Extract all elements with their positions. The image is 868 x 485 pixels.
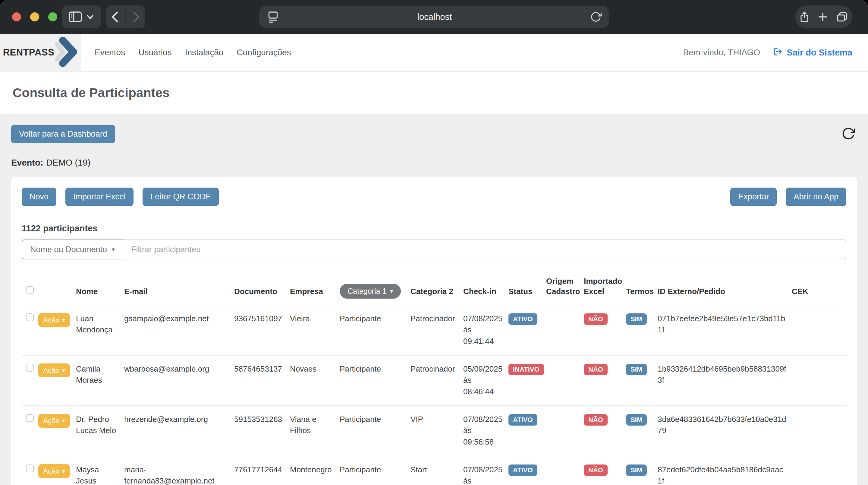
traffic-lights <box>12 12 57 21</box>
reload-icon[interactable] <box>590 11 601 23</box>
select-all-checkbox[interactable] <box>26 286 34 294</box>
header-termos: Termos <box>626 276 658 305</box>
cell-documento: 93675161097 <box>234 305 290 355</box>
categoria1-label: Categoria 1 <box>347 287 386 295</box>
participants-table: Nome E-mail Documento Empresa Categoria … <box>22 276 846 485</box>
forward-button[interactable] <box>129 11 144 23</box>
cell-status: ATIVO <box>508 305 546 355</box>
card-toolbar: Novo Importar Excel Leitor QR CODE Expor… <box>22 188 846 206</box>
row-action-button[interactable]: Ação ▾ <box>38 464 70 478</box>
importar-excel-button[interactable]: Importar Excel <box>65 188 133 206</box>
caret-down-icon: ▾ <box>62 317 65 323</box>
cell-categoria1: Participante <box>340 305 410 355</box>
share-icon[interactable] <box>799 10 809 23</box>
zoom-window-button[interactable] <box>48 12 57 21</box>
header-email: E-mail <box>124 276 234 305</box>
logout-link[interactable]: Sair do Sistema <box>773 47 852 59</box>
header-categoria2: Categoria 2 <box>410 276 463 305</box>
cell-categoria2: Patrocinador <box>410 305 463 355</box>
minimize-window-button[interactable] <box>30 12 39 21</box>
cell-empresa: Novaes <box>290 355 340 406</box>
url-text[interactable]: localhost <box>279 12 590 22</box>
close-window-button[interactable] <box>12 12 21 21</box>
cell-checkin: 05/09/2025às 08:46:44 <box>463 355 508 406</box>
novo-button[interactable]: Novo <box>22 188 56 206</box>
browser-actions-group <box>795 5 852 28</box>
header-checkin: Check-in <box>463 276 508 305</box>
row-checkbox[interactable] <box>26 313 34 321</box>
filter-type-dropdown[interactable]: Nome ou Documento ▾ <box>22 239 123 259</box>
header-acao <box>38 276 76 305</box>
browser-window: localhost RENTPASS Eventos <box>0 0 868 485</box>
row-checkbox[interactable] <box>26 414 34 422</box>
new-tab-icon[interactable] <box>817 11 828 22</box>
filter-type-value: Nome ou Documento <box>30 245 107 254</box>
categoria1-dropdown-button[interactable]: Categoria 1 ▾ <box>340 284 401 298</box>
row-action-button[interactable]: Ação ▾ <box>38 414 70 428</box>
row-checkbox[interactable] <box>26 464 34 472</box>
cell-status: ATIVO <box>508 456 546 485</box>
nav-item-usuarios[interactable]: Usuários <box>138 48 172 57</box>
nav-item-configuracoes[interactable]: Configurações <box>237 48 291 57</box>
event-label: Evento: <box>11 158 43 168</box>
caret-down-icon: ▾ <box>62 418 65 424</box>
chevron-down-icon[interactable] <box>86 14 94 20</box>
address-bar[interactable]: localhost <box>259 6 609 28</box>
nav-item-instalacao[interactable]: Instalação <box>185 48 224 57</box>
cell-termos: SIM <box>626 305 658 355</box>
cell-cek <box>792 406 846 456</box>
brand-logo[interactable]: RENTPASS <box>0 34 82 71</box>
row-action-button[interactable]: Ação ▾ <box>38 313 70 327</box>
importado-badge: NÃO <box>584 464 608 476</box>
participants-tbody: Ação ▾Luan Mendonçagsampaio@example.net9… <box>22 305 846 485</box>
table-row: Ação ▾Camila Moraeswbarbosa@example.org5… <box>22 355 846 406</box>
sidebar-icon[interactable] <box>69 11 82 23</box>
cell-origem-cadastro <box>546 406 584 456</box>
filter-input[interactable] <box>123 239 846 259</box>
row-action-button[interactable]: Ação ▾ <box>38 364 70 377</box>
caret-down-icon: ▾ <box>62 468 65 474</box>
cell-categoria1: Participante <box>340 406 410 456</box>
abrir-no-app-button[interactable]: Abrir no App <box>786 188 846 206</box>
termos-badge: SIM <box>626 364 647 375</box>
page-content: Voltar para a Dashboard Evento: DEMO (19… <box>0 114 868 485</box>
cell-id-externo: 1b93326412db4695beb9b58831309f3f <box>658 355 792 406</box>
page-settings-icon[interactable] <box>267 10 279 23</box>
header-importado-excel: Importado Excel <box>584 276 626 305</box>
page-title: Consulta de Participantes <box>13 86 170 100</box>
cell-checkin: 07/08/2025às 09:41:44 <box>463 305 508 355</box>
importado-badge: NÃO <box>584 313 608 325</box>
event-line: Evento: DEMO (19) <box>11 158 857 168</box>
cell-checkin: 07/08/2025às 09:43:01 <box>463 456 508 485</box>
brand-chevron-icon <box>55 36 79 69</box>
termos-badge: SIM <box>626 464 647 476</box>
table-row: Ação ▾Luan Mendonçagsampaio@example.net9… <box>22 305 846 355</box>
tab-overview-icon[interactable] <box>836 11 848 23</box>
cell-email: wbarbosa@example.org <box>124 355 234 406</box>
caret-down-icon: ▾ <box>62 367 65 373</box>
row-checkbox[interactable] <box>26 364 34 372</box>
cell-nome: Luan Mendonça <box>76 305 124 355</box>
divider <box>125 10 126 24</box>
main-nav: Eventos Usuários Instalação Configuraçõe… <box>95 48 291 57</box>
importado-badge: NÃO <box>584 364 608 375</box>
filter-group: Nome ou Documento ▾ <box>22 239 846 259</box>
back-to-dashboard-button[interactable]: Voltar para a Dashboard <box>11 125 115 143</box>
header-documento: Documento <box>234 276 290 305</box>
cell-categoria1: Participante <box>340 456 410 485</box>
leitor-qr-button[interactable]: Leitor QR CODE <box>143 188 219 206</box>
exportar-button[interactable]: Exportar <box>730 188 777 206</box>
table-header-row: Nome E-mail Documento Empresa Categoria … <box>22 276 846 305</box>
cell-email: hrezende@example.org <box>124 406 234 456</box>
back-button[interactable] <box>107 11 122 23</box>
cell-importado-excel: NÃO <box>584 355 626 406</box>
header-status: Status <box>508 276 546 305</box>
cell-origem-cadastro <box>546 456 584 485</box>
status-badge: ATIVO <box>508 414 537 426</box>
sidebar-toggle-group[interactable] <box>62 5 101 28</box>
cell-id-externo: 071b7eefee2b49e59e57e1c73bd11b11 <box>658 305 792 355</box>
nav-item-eventos[interactable]: Eventos <box>95 48 125 57</box>
table-row: Ação ▾Maysa Jesusmaria-fernanda83@exampl… <box>22 456 846 485</box>
refresh-icon[interactable] <box>841 127 855 142</box>
cell-cek <box>792 456 846 485</box>
